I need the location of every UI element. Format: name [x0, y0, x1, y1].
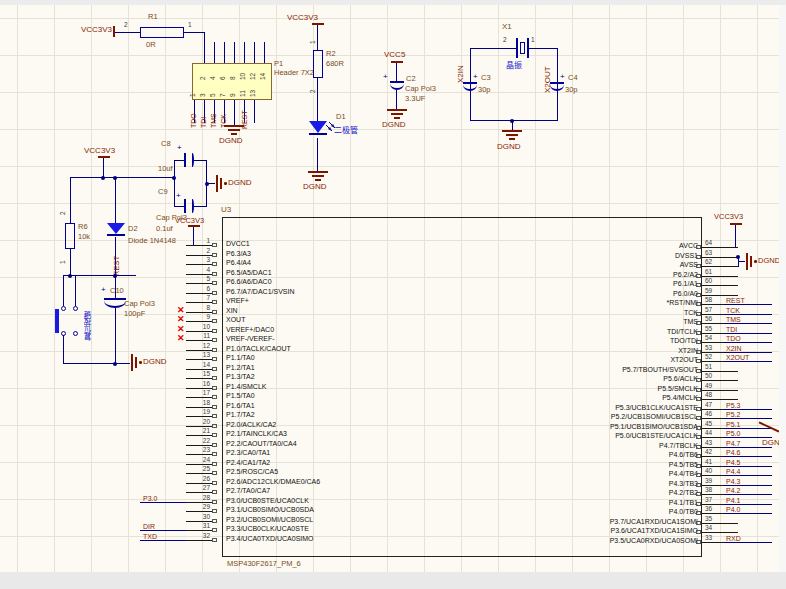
ground-icon — [231, 133, 237, 135]
ground-icon — [394, 117, 400, 119]
wire — [317, 78, 318, 121]
net-label: P4.6 — [724, 449, 772, 457]
ic-pin-row[interactable]: TXD 32 P3.4/UCA0TXD/UCA0SIMO — [140, 534, 470, 544]
pin-name: P6.3/A3 — [226, 250, 251, 258]
pin-type-marker-icon — [212, 319, 217, 323]
net-label — [140, 343, 186, 351]
crystal-plate-icon — [516, 38, 518, 58]
wire — [115, 308, 116, 363]
pin-number: 46 — [705, 410, 712, 417]
net-label: P4.0 — [724, 506, 772, 514]
wire — [317, 25, 318, 50]
pin-number: 44 — [705, 429, 712, 436]
pin-number: 5 — [184, 275, 210, 282]
pin-number: 2 — [503, 36, 507, 43]
pin-name: DVSS1 — [675, 252, 698, 260]
wire — [115, 177, 116, 225]
wire — [214, 42, 215, 63]
pin-type-marker-icon — [696, 483, 701, 487]
pin-number: 59 — [705, 287, 712, 294]
pin-type-marker-icon — [696, 464, 701, 468]
power-bar-icon — [312, 23, 324, 25]
designator: R6 — [78, 223, 88, 231]
pin-name: P6.6/A6/DAC0 — [226, 278, 272, 286]
pin-number: 22 — [184, 437, 210, 444]
wire — [63, 363, 130, 364]
pin-type-marker-icon — [212, 481, 217, 485]
junction-dot — [736, 255, 740, 259]
net-label — [140, 295, 186, 303]
window-right-strip — [779, 5, 786, 572]
wire — [234, 42, 235, 63]
header-signal-labels: TDOTDITMSTCK — [190, 102, 230, 132]
net-label — [140, 286, 186, 294]
pin-number: 43 — [705, 439, 712, 446]
net-label-x2in: X2IN — [456, 47, 465, 83]
pin-name: P2.7/TA0/CA7 — [226, 487, 270, 495]
pin-number: 12 — [184, 342, 210, 349]
pin-type-marker-icon — [212, 452, 217, 456]
pin-number: 1 — [184, 237, 210, 244]
pin-type-marker-icon — [696, 511, 701, 515]
pin-number: 16 — [184, 380, 210, 387]
net-label: TMS — [210, 102, 220, 128]
pin-name: P2.2/CAOUT/TA0/CA4 — [226, 440, 297, 448]
pin-number: 21 — [184, 427, 210, 434]
pin-name: P1.0/TACLK/CAOUT — [226, 345, 291, 353]
power-bar-icon — [730, 223, 742, 225]
header-pin-number: 12 — [249, 65, 259, 80]
net-label — [724, 269, 772, 277]
ic-pin-row[interactable]: P3.5/UCA0RXD/UCA0SOMI 33 RXD — [555, 536, 779, 546]
schematic-sheet[interactable]: VCC3V3 R1 0R 2 1 2468101214 135791113 P1… — [0, 5, 779, 572]
power-label: VCC3V3 — [68, 25, 112, 34]
pin-type-marker-icon — [696, 397, 701, 401]
pin-name: P4.7/TBCLK — [659, 442, 698, 450]
ground-icon — [224, 182, 227, 185]
pin-number: 57 — [705, 306, 712, 313]
pin-name: TDO/TDI — [670, 337, 698, 345]
net-label — [140, 466, 186, 474]
net-label: P5.3 — [724, 402, 772, 410]
pin-name: P3.1/UCB0SIMO/UCB0SDA — [226, 506, 314, 514]
ground-label: DGND — [228, 178, 252, 187]
pin-number: 11 — [184, 332, 210, 339]
pin-name: P5.1/UCB1SIMO/UCB1SDA — [610, 423, 698, 431]
ground-icon — [754, 260, 757, 263]
wire — [396, 63, 397, 81]
designator: D1 — [336, 113, 346, 121]
pin-name: P6.7/A7/DAC1/SVSIN — [226, 288, 294, 296]
ground-label: DGND — [303, 182, 327, 191]
pin-number: 36 — [705, 505, 712, 512]
ground-icon — [308, 171, 328, 173]
net-label — [140, 409, 186, 417]
pin-name: P3.5/UCA0RXD/UCA0SOMI — [610, 537, 698, 545]
net-label — [140, 504, 186, 512]
junction-dot — [113, 362, 117, 366]
polarity-plus: + — [176, 192, 181, 200]
wire — [63, 335, 64, 363]
net-label — [140, 276, 186, 284]
wire — [512, 121, 513, 130]
pin-number: 35 — [705, 515, 712, 522]
pin-number: 58 — [705, 296, 712, 303]
net-label-rest: REST — [112, 246, 121, 276]
value: 30p — [478, 86, 491, 94]
pin-number: 8 — [184, 304, 210, 311]
header-pin-number: 9 — [229, 82, 239, 97]
ground-label: DGND — [497, 142, 521, 151]
wire — [63, 275, 64, 306]
header-pin-number: 13 — [249, 82, 259, 97]
wire — [174, 160, 175, 207]
pin-number: 1 — [531, 36, 535, 43]
comment: 二极管 — [334, 126, 358, 135]
wire — [174, 160, 184, 161]
pin-type-marker-icon — [212, 443, 217, 447]
pin-name: P4.5/TB5 — [669, 461, 698, 469]
pin-number: 61 — [705, 268, 712, 275]
pin-name: VREF+ — [226, 297, 249, 305]
net-label — [140, 457, 186, 465]
wire — [529, 48, 557, 49]
pin-type-marker-icon — [212, 310, 217, 314]
pin-number: 18 — [184, 399, 210, 406]
pin-number: 41 — [705, 458, 712, 465]
